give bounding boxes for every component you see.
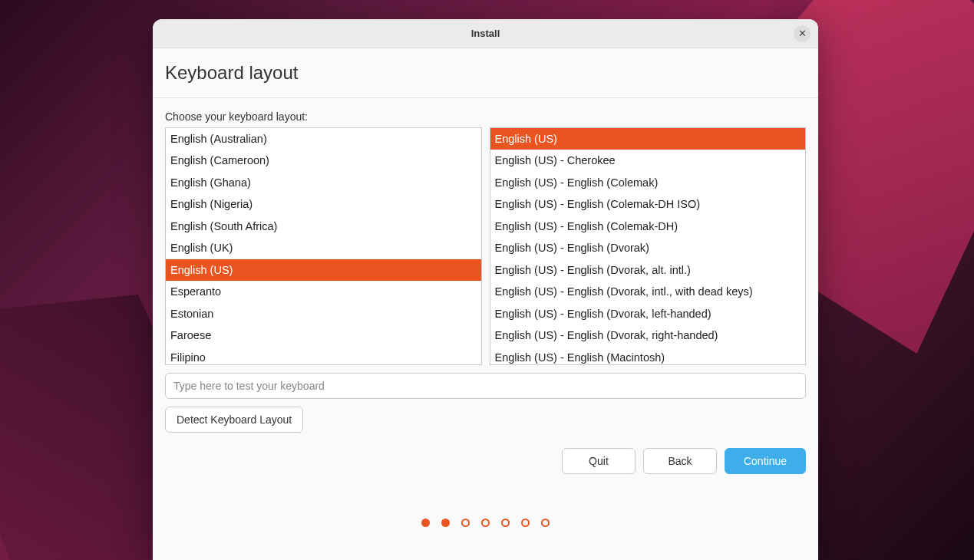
layout-variant-list[interactable]: English (US)English (US) - CherokeeEngli… (490, 127, 807, 365)
progress-dot (481, 519, 490, 527)
progress-dot (461, 519, 470, 527)
list-item[interactable]: English (US) - English (Dvorak, alt. int… (490, 259, 806, 281)
installer-window: Install ✕ Keyboard layout Choose your ke… (153, 19, 818, 560)
list-item[interactable]: English (US) - English (Dvorak, right-ha… (490, 324, 806, 346)
page-header: Keyboard layout (153, 48, 818, 98)
list-item[interactable]: Estonian (166, 303, 481, 324)
list-item[interactable]: Faroese (166, 324, 481, 346)
progress-dot (501, 519, 510, 527)
list-item[interactable]: English (US) (166, 259, 481, 281)
back-button[interactable]: Back (643, 448, 717, 474)
list-item[interactable]: English (Australian) (166, 128, 481, 150)
list-item[interactable]: English (US) - English (Colemak-DH) (490, 216, 806, 237)
list-item[interactable]: English (UK) (166, 237, 481, 259)
list-item[interactable]: Esperanto (166, 281, 481, 302)
list-item[interactable]: English (South Africa) (166, 216, 481, 237)
window-title: Install (471, 28, 500, 39)
list-item[interactable]: English (US) - Cherokee (490, 150, 806, 171)
list-item[interactable]: Filipino (166, 347, 481, 365)
page-title: Keyboard layout (165, 62, 806, 84)
layout-prompt: Choose your keyboard layout: (165, 110, 806, 123)
progress-dot (421, 519, 430, 527)
progress-dots (165, 519, 806, 527)
titlebar: Install ✕ (153, 19, 818, 48)
quit-button[interactable]: Quit (562, 448, 636, 474)
layout-country-list[interactable]: English (Australian)English (Cameroon)En… (165, 127, 482, 365)
list-item[interactable]: English (US) (490, 128, 806, 150)
list-item[interactable]: English (US) - English (Macintosh) (490, 347, 806, 365)
list-item[interactable]: English (US) - English (Dvorak, left-han… (490, 303, 806, 324)
keyboard-test-input[interactable] (165, 373, 806, 399)
progress-dot (521, 519, 530, 527)
list-item[interactable]: English (Nigeria) (166, 193, 481, 215)
list-item[interactable]: English (Ghana) (166, 172, 481, 193)
detect-layout-button[interactable]: Detect Keyboard Layout (165, 407, 303, 433)
list-item[interactable]: English (Cameroon) (166, 150, 481, 171)
list-item[interactable]: English (US) - English (Colemak-DH ISO) (490, 193, 806, 215)
list-item[interactable]: English (US) - English (Dvorak, intl., w… (490, 281, 806, 302)
progress-dot (441, 519, 450, 527)
layout-lists: English (Australian)English (Cameroon)En… (165, 127, 806, 365)
close-icon[interactable]: ✕ (794, 25, 811, 42)
progress-dot (541, 519, 550, 527)
content-area: Keyboard layout Choose your keyboard lay… (153, 48, 818, 560)
list-item[interactable]: English (US) - English (Dvorak) (490, 237, 806, 259)
nav-buttons: Quit Back Continue (165, 448, 806, 474)
list-item[interactable]: English (US) - English (Colemak) (490, 172, 806, 193)
continue-button[interactable]: Continue (725, 448, 806, 474)
